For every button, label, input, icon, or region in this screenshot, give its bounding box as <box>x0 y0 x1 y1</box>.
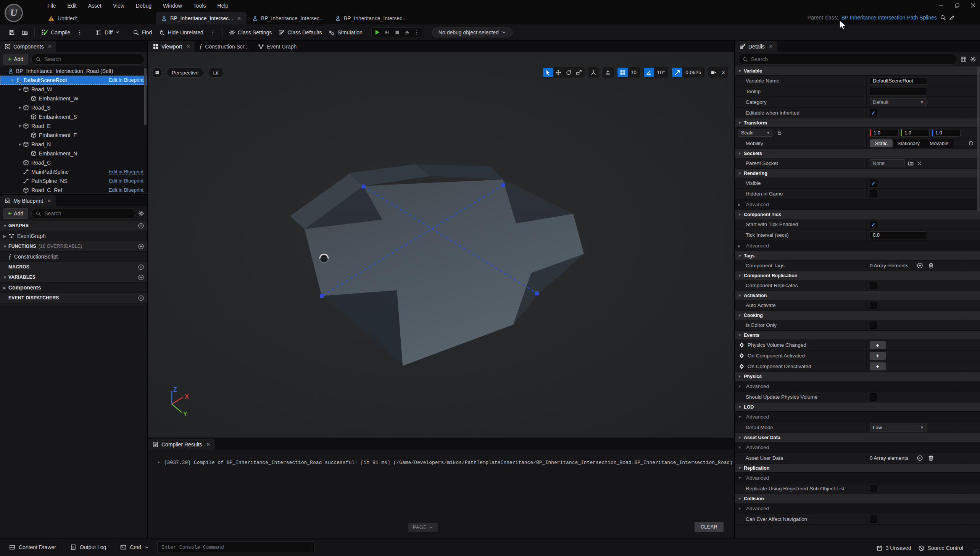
tree-row-mainpathspline[interactable]: MainPathSpline Edit in Blueprint <box>0 167 147 176</box>
dropdown[interactable]: Default▼ <box>870 98 927 106</box>
tab-event-graph[interactable]: Event Graph <box>253 41 301 52</box>
details-section-tags[interactable]: ▼Tags <box>735 251 980 260</box>
tree-row-embankment-n[interactable]: Embankment_N <box>0 149 147 158</box>
scale-tool-button[interactable] <box>574 68 584 77</box>
clear-button[interactable]: CLEAR <box>695 522 724 532</box>
viewport-menu-button[interactable] <box>152 67 163 78</box>
transform-type-dropdown[interactable]: Scale▼ <box>738 129 773 137</box>
menu-asset[interactable]: Asset <box>84 1 106 10</box>
stop-icon[interactable] <box>394 29 400 36</box>
asset-tab-3[interactable]: BP_Inheritance_Intersec... <box>329 12 412 24</box>
edit-parent-class-icon[interactable] <box>949 15 955 21</box>
add-element-icon[interactable] <box>917 262 923 269</box>
expander-icon[interactable]: ▼ <box>18 87 22 92</box>
checkbox[interactable] <box>870 190 877 197</box>
advanced-row[interactable]: ▶Advanced <box>735 241 980 251</box>
eject-icon[interactable] <box>404 29 410 36</box>
camera-speed-value[interactable]: 3 <box>719 68 728 77</box>
expander-icon[interactable]: ▼ <box>18 142 22 147</box>
add-icon[interactable] <box>138 243 144 250</box>
details-section-activation[interactable]: ▼Activation <box>735 291 980 300</box>
grid-snap-button[interactable] <box>617 68 628 77</box>
kebab-icon[interactable] <box>414 30 419 35</box>
item-eventgraph[interactable]: ▶ EventGraph <box>0 231 147 241</box>
step-icon[interactable] <box>384 29 390 36</box>
text-field[interactable]: 0.0 <box>870 231 927 239</box>
lit-mode-button[interactable]: Lit <box>208 68 224 78</box>
advanced-row[interactable]: ▶Advanced <box>735 199 980 210</box>
delete-elements-icon[interactable] <box>928 455 934 461</box>
tab-compiler-results[interactable]: Compiler Results ✕ <box>148 439 215 450</box>
details-section-sockets[interactable]: ▼Sockets <box>735 149 980 158</box>
play-icon[interactable] <box>374 29 380 36</box>
scale-x-field[interactable]: 1.0 <box>870 129 899 137</box>
checkbox[interactable] <box>870 322 877 329</box>
rotate-tool-button[interactable] <box>564 68 574 77</box>
menu-help[interactable]: Help <box>213 1 233 10</box>
menu-edit[interactable]: Edit <box>63 1 81 10</box>
reset-to-default-icon[interactable] <box>968 141 974 146</box>
checkbox[interactable] <box>870 282 877 289</box>
scale-snap-value[interactable]: 0.0625 <box>682 68 704 77</box>
components-scrollbar[interactable] <box>144 68 147 125</box>
perspective-button[interactable]: Perspective <box>166 68 204 78</box>
tree-row-road-c[interactable]: Road_C <box>0 158 147 167</box>
grid-snap-value[interactable]: 10 <box>628 68 640 77</box>
section-functions[interactable]: ▼FUNCTIONS (16 OVERRIDABLE) <box>0 241 147 252</box>
section-macros[interactable]: MACROS <box>0 262 147 272</box>
close-icon[interactable]: ✕ <box>769 44 773 49</box>
checkbox[interactable] <box>870 485 877 492</box>
details-section-physics[interactable]: ▼Physics <box>735 372 980 381</box>
surface-snap-button[interactable] <box>603 68 613 77</box>
tree-row-road-s[interactable]: ▼ Road_S <box>0 103 147 112</box>
details-section-replication[interactable]: ▼Replication <box>735 464 980 473</box>
checkbox[interactable] <box>870 393 877 401</box>
segment-movable[interactable]: Movable <box>925 139 953 147</box>
tab-components[interactable]: C Components ✕ <box>0 41 56 52</box>
settings-gear-icon[interactable] <box>970 56 976 62</box>
details-section-collision[interactable]: ▼Collision <box>735 494 980 503</box>
details-section-asset-user-data[interactable]: ▼Asset User Data <box>735 433 980 442</box>
section-event-dispatchers[interactable]: EVENT DISPATCHERS <box>0 293 147 303</box>
menu-view[interactable]: View <box>108 1 129 10</box>
add-icon[interactable] <box>138 264 144 270</box>
camera-speed-button[interactable] <box>708 68 719 77</box>
viewport-3d-canvas[interactable]: Perspective Lit 10 10° 0.0625 3 Z <box>148 52 734 438</box>
unsaved-button[interactable]: 3 Unsaved <box>877 545 911 551</box>
tree-row-embankment-w[interactable]: Embankment_W <box>0 94 147 103</box>
tree-row-road-w[interactable]: ▼ Road_W <box>0 85 147 94</box>
section-graphs[interactable]: ▼GRAPHS <box>0 221 147 231</box>
advanced-row[interactable]: ▼Advanced <box>735 381 980 392</box>
details-section-cooking[interactable]: ▼Cooking <box>735 311 980 320</box>
text-field[interactable]: DefaultSceneRoot <box>870 77 927 85</box>
move-tool-button[interactable] <box>553 68 564 77</box>
details-section-transform[interactable]: ▼Transform <box>735 118 980 128</box>
expander-icon[interactable]: ▼ <box>18 106 22 110</box>
edit-in-blueprint-link[interactable]: Edit in Blueprint <box>109 187 143 193</box>
select-tool-button[interactable] <box>543 68 553 77</box>
details-section-lod[interactable]: ▼LOD <box>735 402 980 412</box>
tree-row-road-e[interactable]: ▼ Road_E <box>0 121 147 131</box>
rotation-snap-button[interactable] <box>644 68 654 77</box>
item-constructionscript[interactable]: ƒ ConstructionScript <box>0 252 147 262</box>
clear-socket-icon[interactable] <box>917 161 922 166</box>
menu-debug[interactable]: Debug <box>131 1 156 10</box>
rotation-snap-value[interactable]: 10° <box>654 68 668 77</box>
scale-z-field[interactable]: 1.0 <box>932 129 961 137</box>
add-icon[interactable] <box>138 274 144 281</box>
add-element-icon[interactable] <box>917 455 923 461</box>
class-defaults-button[interactable]: Class Defaults <box>275 27 325 37</box>
add-event-button[interactable]: + <box>870 341 886 349</box>
browse-button[interactable] <box>18 27 31 37</box>
road-intersection-mesh[interactable] <box>148 52 734 438</box>
segment-stationary[interactable]: Stationary <box>893 139 925 147</box>
add-event-button[interactable]: + <box>870 352 886 360</box>
tab-viewport[interactable]: Viewport ✕ <box>148 41 195 52</box>
advanced-row[interactable]: ▼Advanced <box>735 473 980 483</box>
add-icon[interactable] <box>138 295 144 301</box>
scale-snap-button[interactable] <box>672 68 682 77</box>
advanced-row[interactable]: ▼Advanced <box>735 503 980 514</box>
hide-unrelated-button[interactable]: Hide Unrelated <box>155 27 206 37</box>
details-section-variable[interactable]: ▼Variable <box>735 66 980 76</box>
asset-tab-1[interactable]: BP_Inheritance_Intersec... ✕ <box>156 12 247 24</box>
